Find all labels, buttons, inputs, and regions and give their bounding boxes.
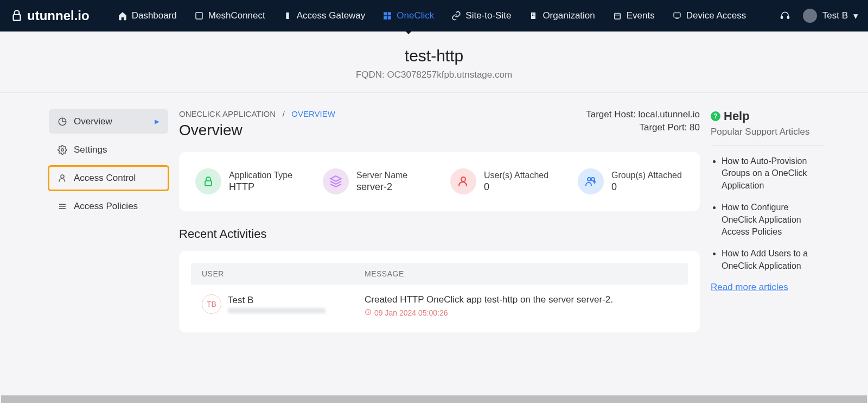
chevron-right-icon: ▸ (155, 116, 159, 127)
svg-rect-17 (787, 16, 789, 19)
nav-oneclick[interactable]: OneClick (376, 6, 441, 26)
svg-rect-3 (384, 12, 387, 15)
svg-rect-0 (14, 15, 21, 21)
main-panel: ONECLICK APPLICATION / OVERVIEW Overview… (179, 109, 700, 332)
stat-users-attached: User(s) Attached0 (450, 168, 556, 194)
svg-rect-6 (388, 16, 391, 20)
lock-icon (195, 168, 221, 194)
horizontal-scrollbar[interactable] (1, 395, 867, 403)
svg-rect-24 (205, 181, 212, 186)
svg-rect-8 (532, 14, 533, 14)
monitor-icon (672, 11, 682, 21)
activity-email-redacted (228, 308, 326, 313)
users-icon (578, 168, 604, 194)
nav-organization[interactable]: Organization (522, 6, 601, 26)
svg-rect-4 (388, 12, 391, 15)
breadcrumb: ONECLICK APPLICATION / OVERVIEW (179, 109, 335, 118)
calendar-icon (612, 11, 622, 21)
target-info: Target Host: local.utunnel.io Target Por… (586, 109, 700, 135)
nav-accessgateway[interactable]: Access Gateway (276, 6, 372, 26)
user-icon (58, 173, 67, 183)
help-article[interactable]: How to Add Users to a OneClick Applicati… (722, 248, 825, 272)
svg-rect-16 (781, 16, 782, 19)
pie-icon (58, 117, 67, 127)
sidebar: Overview ▸ Settings Access Control Acces… (49, 109, 168, 332)
help-article[interactable]: How to Configure OneClick Application Ac… (722, 202, 825, 238)
help-panel: ? Help Popular Support Articles How to A… (711, 109, 825, 332)
help-article[interactable]: How to Auto-Provision Groups on a OneCli… (722, 155, 825, 192)
clock-icon (365, 308, 372, 317)
activity-row: TB Test B Created HTTP OneClick app test… (191, 285, 688, 320)
recent-title: Recent Activities (179, 227, 700, 241)
sidebar-item-settings[interactable]: Settings (49, 138, 168, 162)
question-icon: ? (711, 111, 720, 121)
account-menu[interactable]: Test B ▾ (803, 9, 858, 23)
section-title: Overview (179, 122, 335, 139)
support-icon[interactable] (780, 11, 790, 21)
link-icon (451, 11, 461, 21)
mesh-icon (194, 11, 204, 21)
page-header: test-http FQDN: OC3078257kfpb.utnstage.c… (0, 32, 868, 93)
user-icon (450, 168, 476, 194)
help-subtitle: Popular Support Articles (711, 127, 825, 146)
stat-app-type: Application TypeHTTP (195, 168, 301, 194)
svg-rect-7 (531, 12, 535, 19)
content-area: Overview ▸ Settings Access Control Acces… (0, 93, 868, 332)
svg-rect-9 (534, 14, 534, 14)
stat-groups-attached: Group(s) Attached0 (578, 168, 684, 194)
help-list: How to Auto-Provision Groups on a OneCli… (722, 155, 825, 272)
grid-icon (382, 11, 392, 21)
brand-text: utunnel.io (27, 8, 90, 23)
svg-point-20 (61, 175, 64, 178)
sidebar-item-overview[interactable]: Overview ▸ (49, 109, 168, 134)
user-avatar: TB (202, 294, 221, 314)
stats-card: Application TypeHTTP Server Nameserver-2… (179, 152, 700, 211)
avatar-icon (803, 9, 817, 23)
read-more-link[interactable]: Read more articles (711, 282, 825, 293)
fqdn-line: FQDN: OC3078257kfpb.utnstage.com (0, 70, 868, 80)
top-nav: utunnel.io Dashboard MeshConnect Access … (0, 0, 868, 32)
svg-point-26 (461, 177, 465, 181)
activity-user: Test B (228, 295, 326, 306)
svg-marker-25 (330, 176, 341, 181)
nav-dashboard[interactable]: Dashboard (111, 6, 183, 26)
svg-rect-10 (532, 15, 533, 16)
list-icon (58, 202, 67, 211)
svg-rect-14 (674, 13, 680, 17)
help-title: ? Help (711, 109, 825, 123)
svg-rect-5 (384, 16, 387, 20)
building-icon (528, 11, 538, 21)
gateway-icon (283, 11, 292, 21)
activity-card: USER MESSAGE TB Test B Created HTTP OneC… (179, 251, 700, 332)
svg-rect-12 (614, 13, 620, 19)
home-icon (118, 11, 127, 21)
activity-time: 09 Jan 2024 05:00:26 (365, 308, 677, 317)
svg-point-19 (61, 149, 64, 152)
nav-events[interactable]: Events (606, 6, 661, 26)
chevron-down-icon: ▾ (853, 10, 858, 22)
nav-sitetosite[interactable]: Site-to-Site (445, 6, 518, 26)
nav-items: Dashboard MeshConnect Access Gateway One… (111, 6, 753, 26)
sidebar-item-access-control[interactable]: Access Control (49, 166, 168, 190)
nav-deviceaccess[interactable]: Device Access (666, 6, 753, 26)
stat-server-name: Server Nameserver-2 (323, 168, 429, 194)
activity-header: USER MESSAGE (191, 263, 688, 285)
gear-icon (58, 145, 67, 155)
svg-rect-11 (534, 15, 534, 16)
svg-rect-1 (196, 12, 202, 19)
nav-meshconnect[interactable]: MeshConnect (188, 6, 272, 26)
svg-rect-2 (286, 12, 289, 19)
svg-point-27 (588, 178, 591, 181)
activity-message: Created HTTP OneClick app test-http on t… (365, 294, 677, 305)
sidebar-item-access-policies[interactable]: Access Policies (49, 194, 168, 218)
brand-logo[interactable]: utunnel.io (10, 8, 90, 23)
layers-icon (323, 168, 349, 194)
page-title: test-http (0, 47, 868, 65)
